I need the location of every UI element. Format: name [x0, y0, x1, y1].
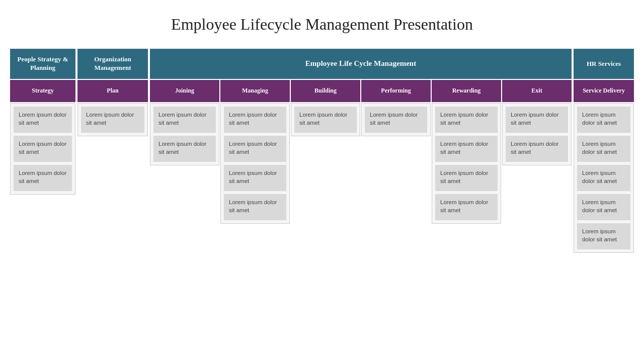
- exit-card-2: Lorem ipsum dolor sit amet: [506, 136, 568, 162]
- service-card-2: Lorem ipsum dolor sit amet: [577, 136, 630, 162]
- col-strategy: Lorem ipsum dolor sit amet Lorem ipsum d…: [10, 103, 75, 195]
- performing-card-1: Lorem ipsum dolor sit amet: [365, 107, 427, 133]
- header-people: People Strategy & Planning: [10, 49, 75, 79]
- service-card-3: Lorem ipsum dolor sit amet: [577, 165, 630, 191]
- managing-card-1: Lorem ipsum dolor sit amet: [224, 107, 286, 133]
- header-building: Building: [291, 80, 360, 102]
- strategy-card-3: Lorem ipsum dolor sit amet: [14, 165, 72, 191]
- col-service-delivery: Lorem ipsum dolor sit amet Lorem ipsum d…: [574, 103, 634, 253]
- service-card-5: Lorem ipsum dolor sit amet: [577, 223, 630, 249]
- col-exit: Lorem ipsum dolor sit amet Lorem ipsum d…: [502, 103, 572, 165]
- page-title: Employee Lifecycle Management Presentati…: [10, 15, 634, 34]
- plan-card-1: Lorem ipsum dolor sit amet: [81, 107, 144, 133]
- rewarding-card-1: Lorem ipsum dolor sit amet: [435, 107, 498, 133]
- col-plan: Lorem ipsum dolor sit amet: [77, 103, 148, 136]
- header-exit: Exit: [502, 80, 572, 102]
- header-row-1: People Strategy & Planning Organization …: [10, 49, 634, 79]
- managing-card-3: Lorem ipsum dolor sit amet: [224, 165, 286, 191]
- service-card-1: Lorem ipsum dolor sit amet: [577, 107, 630, 133]
- header-joining: Joining: [150, 80, 219, 102]
- rewarding-card-2: Lorem ipsum dolor sit amet: [435, 136, 498, 162]
- joining-card-2: Lorem ipsum dolor sit amet: [153, 136, 216, 162]
- managing-card-2: Lorem ipsum dolor sit amet: [224, 136, 286, 162]
- col-joining: Lorem ipsum dolor sit amet Lorem ipsum d…: [150, 103, 219, 165]
- col-managing: Lorem ipsum dolor sit amet Lorem ipsum d…: [220, 103, 290, 224]
- header-service-delivery: Service Delivery: [574, 80, 634, 102]
- header-row-2: Strategy Plan Joining Managing Building …: [10, 80, 634, 102]
- content-area: Lorem ipsum dolor sit amet Lorem ipsum d…: [10, 103, 634, 253]
- managing-card-4: Lorem ipsum dolor sit amet: [224, 194, 286, 220]
- header-org: Organization Management: [77, 49, 148, 79]
- lifecycle-grid: People Strategy & Planning Organization …: [10, 49, 634, 253]
- header-performing: Performing: [361, 80, 431, 102]
- header-plan: Plan: [77, 80, 148, 102]
- rewarding-card-4: Lorem ipsum dolor sit amet: [435, 194, 498, 220]
- joining-card-1: Lorem ipsum dolor sit amet: [153, 107, 216, 133]
- col-rewarding: Lorem ipsum dolor sit amet Lorem ipsum d…: [432, 103, 501, 224]
- service-card-4: Lorem ipsum dolor sit amet: [577, 194, 630, 220]
- header-managing: Managing: [220, 80, 290, 102]
- page: Employee Lifecycle Management Presentati…: [0, 0, 644, 362]
- header-rewarding: Rewarding: [432, 80, 501, 102]
- col-performing: Lorem ipsum dolor sit amet: [361, 103, 431, 136]
- building-card-1: Lorem ipsum dolor sit amet: [294, 107, 357, 133]
- header-strategy: Strategy: [10, 80, 75, 102]
- exit-card-1: Lorem ipsum dolor sit amet: [506, 107, 568, 133]
- header-hr: HR Services: [574, 49, 634, 79]
- col-building: Lorem ipsum dolor sit amet: [291, 103, 360, 136]
- strategy-card-2: Lorem ipsum dolor sit amet: [14, 136, 72, 162]
- strategy-card-1: Lorem ipsum dolor sit amet: [14, 107, 72, 133]
- header-lifecycle: Employee Life Cycle Management: [150, 49, 572, 79]
- rewarding-card-3: Lorem ipsum dolor sit amet: [435, 165, 498, 191]
